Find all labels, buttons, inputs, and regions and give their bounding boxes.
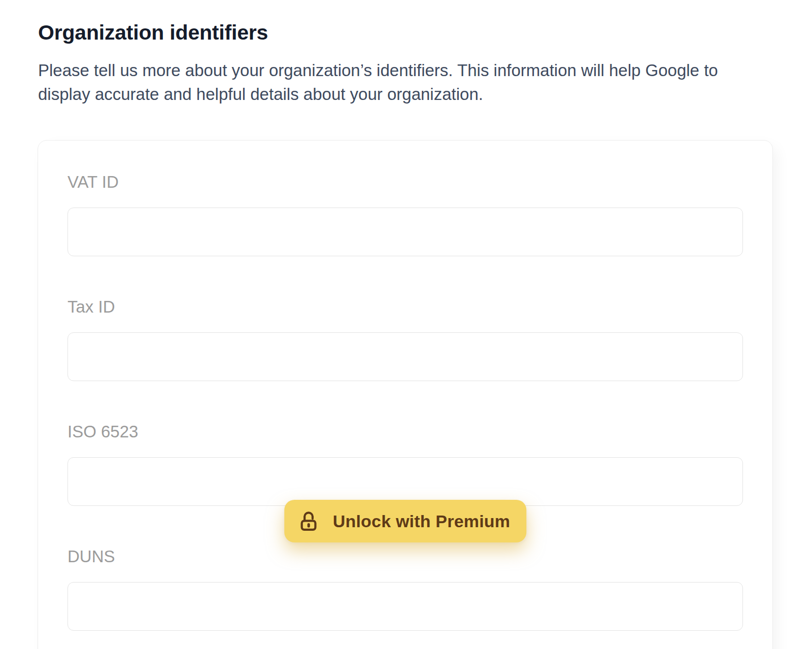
field-vat-id: VAT ID xyxy=(67,172,743,256)
unlock-with-premium-button[interactable]: Unlock with Premium xyxy=(284,500,527,542)
identifiers-card: VAT ID Tax ID ISO 6523 DUNS Unlock with … xyxy=(38,140,773,649)
duns-label: DUNS xyxy=(67,546,743,567)
organization-identifiers-page: Organization identifiers Please tell us … xyxy=(0,0,812,649)
field-tax-id: Tax ID xyxy=(67,297,743,381)
iso-6523-label: ISO 6523 xyxy=(67,422,743,442)
unlock-with-premium-label: Unlock with Premium xyxy=(333,511,511,531)
field-iso-6523: ISO 6523 xyxy=(67,422,743,506)
vat-id-input[interactable] xyxy=(67,208,743,256)
page-title: Organization identifiers xyxy=(38,21,812,44)
tax-id-input[interactable] xyxy=(67,332,743,381)
iso-6523-input[interactable] xyxy=(67,457,743,506)
page-description: Please tell us more about your organizat… xyxy=(38,58,812,106)
page-description-line-1: Please tell us more about your organizat… xyxy=(38,61,718,80)
lock-open-icon xyxy=(297,510,320,532)
tax-id-label: Tax ID xyxy=(67,297,743,317)
page-description-line-2: display accurate and helpful details abo… xyxy=(38,85,483,104)
duns-input[interactable] xyxy=(67,582,743,631)
vat-id-label: VAT ID xyxy=(67,172,743,192)
field-duns: DUNS xyxy=(67,546,743,631)
